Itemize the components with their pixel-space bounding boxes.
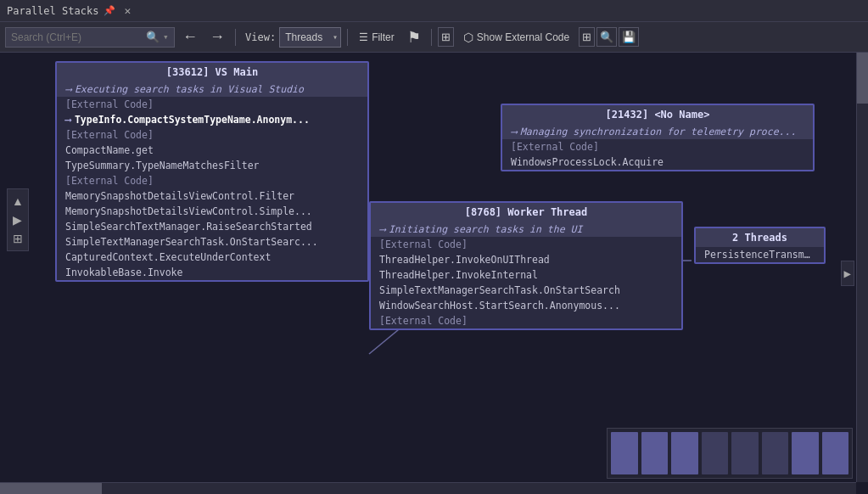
frame-row: ⟶Managing synchronization for telemetry … — [502, 124, 813, 139]
arrow-icon-4: ⟶ — [379, 223, 385, 235]
frame-row: WindowSearchHost.StartSearch.Anonymous..… — [371, 298, 681, 313]
mini-block — [731, 432, 759, 474]
left-arrow-up[interactable]: ▲ — [9, 193, 26, 210]
scrollbar-horizontal-thumb[interactable] — [0, 483, 102, 494]
frame-no-name-header: [21432] <No Name> — [502, 105, 813, 124]
frame-row: MemorySnapshotDetailsViewControl.Filter — [57, 188, 367, 204]
frame-row: WindowsProcessLock.Acquire — [502, 154, 813, 170]
toolbar-divider-3 — [431, 29, 432, 46]
scrollbar-vertical-thumb[interactable] — [857, 53, 868, 104]
frame-2-threads-header: 2 Threads — [696, 228, 824, 247]
scrollbar-horizontal[interactable] — [0, 482, 856, 494]
filter-button[interactable]: ☰ Filter — [354, 29, 400, 46]
layout-icon-button-1[interactable]: ⊞ — [438, 27, 454, 47]
frame-row: [External Code] — [57, 127, 367, 143]
frame-no-name: [21432] <No Name> ⟶Managing synchronizat… — [501, 104, 815, 171]
arrow-icon: ⟶ — [65, 83, 71, 95]
left-arrow-btn-main[interactable]: ▶ — [9, 211, 26, 228]
filter-label: Filter — [372, 31, 395, 43]
mini-block — [702, 432, 729, 474]
frame-row: ThreadHelper.InvokeOnUIThread — [371, 252, 681, 267]
frame-row: CapturedContext.ExecuteUnderContext — [57, 250, 367, 265]
search-box: 🔍 ▾ — [5, 27, 175, 48]
frame-row: CompactName.get — [57, 143, 367, 158]
right-panel-arrow[interactable]: ▶ — [841, 261, 854, 286]
frame-row: TypeSummary.TypeNameMatchesFilter — [57, 158, 367, 173]
scrollbar-vertical[interactable] — [856, 53, 868, 482]
show-external-label: Show External Code — [477, 31, 569, 43]
filter-icon: ☰ — [359, 31, 368, 43]
mini-block — [611, 432, 638, 474]
toolbar: 🔍 ▾ ← → View: Threads Tasks ☰ Filter ⚑ ⊞… — [0, 22, 868, 53]
frame-row: [External Code] — [371, 313, 681, 328]
arrow-icon-2: ⟶ — [65, 114, 71, 126]
layout-mode-button[interactable]: ⊞ — [579, 27, 595, 47]
canvas-area: ▲ ▶ ⊞ [33612] VS Main ⟶Executing search … — [0, 53, 868, 494]
mini-block — [641, 432, 669, 474]
frame-row: ThreadHelper.InvokeInternal — [371, 267, 681, 283]
frame-row: [External Code] — [502, 139, 813, 154]
frame-row: SimpleTextManagerSearchTask.OnStartSearc… — [371, 283, 681, 298]
expand-btn[interactable]: ⊞ — [9, 230, 26, 247]
view-dropdown-wrap: Threads Tasks — [279, 27, 341, 48]
zoom-button[interactable]: 🔍 — [596, 27, 617, 47]
mini-block — [822, 432, 849, 474]
view-dropdown[interactable]: Threads Tasks — [279, 27, 341, 48]
search-icon[interactable]: 🔍 — [146, 31, 160, 43]
search-input[interactable] — [11, 31, 143, 43]
title-bar-close[interactable]: ✕ — [124, 4, 131, 17]
show-external-button[interactable]: ⬡ Show External Code — [457, 27, 575, 48]
frame-row: [External Code] — [57, 97, 367, 112]
show-external-icon: ⬡ — [463, 31, 473, 44]
frame-worker-header: [8768] Worker Thread — [371, 203, 681, 222]
mini-block — [792, 432, 819, 474]
toolbar-divider-2 — [347, 29, 348, 46]
mini-block — [762, 432, 789, 474]
frame-vs-main-header: [33612] VS Main — [57, 63, 367, 81]
frame-row: SimpleTextManagerSearchTask.OnStartSearc… — [57, 234, 367, 250]
frame-row: MemorySnapshotDetailsViewControl.Simple.… — [57, 204, 367, 219]
back-button[interactable]: ← — [178, 25, 202, 48]
frame-vs-main: [33612] VS Main ⟶Executing search tasks … — [55, 61, 369, 282]
toolbar-divider-1 — [235, 29, 236, 46]
title-bar: Parallel Stacks 📌 ✕ — [0, 0, 868, 22]
frame-row: ⟶Initiating search tasks in the UI — [371, 222, 681, 237]
save-button[interactable]: 💾 — [619, 27, 639, 47]
frame-row: InvokableBase.Invoke — [57, 265, 367, 280]
icon-group-right: ⊞ 🔍 💾 — [579, 27, 639, 47]
frame-2-threads: 2 Threads PersistenceTransmitte — [694, 227, 826, 264]
frame-row: ⟶TypeInfo.CompactSystemTypeName.Anonym..… — [57, 112, 367, 127]
forward-button[interactable]: → — [205, 25, 229, 48]
search-dropdown-arrow[interactable]: ▾ — [163, 31, 169, 42]
view-label: View: — [245, 31, 276, 43]
mini-map — [607, 428, 853, 479]
mini-map-inner — [608, 429, 852, 478]
frame-row: [External Code] — [371, 237, 681, 252]
title-bar-text: Parallel Stacks — [7, 5, 98, 17]
frame-row: SimpleSearchTextManager.RaiseSearchStart… — [57, 219, 367, 234]
frame-row: ⟶Executing search tasks in Visual Studio — [57, 81, 367, 97]
frame-row: PersistenceTransmitte — [696, 247, 824, 262]
frame-row: [External Code] — [57, 173, 367, 188]
title-bar-pin: 📌 — [104, 5, 115, 16]
mini-block — [671, 432, 698, 474]
left-arrows-panel: ▲ ▶ ⊞ — [7, 188, 29, 251]
arrow-icon-3: ⟶ — [511, 126, 517, 138]
frame-worker-thread: [8768] Worker Thread ⟶Initiating search … — [369, 201, 683, 330]
flag-button[interactable]: ⚑ — [403, 25, 425, 49]
